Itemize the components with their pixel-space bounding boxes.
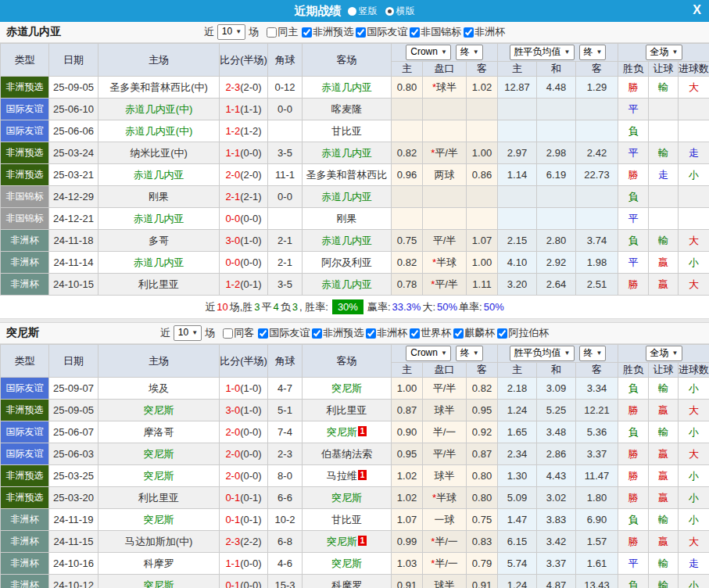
filter-suffix-label: 场 [249, 25, 259, 39]
goals-result-cell: 小 [679, 164, 709, 186]
halftime-score: (1-1) [240, 103, 261, 115]
checkbox-icon[interactable] [497, 328, 507, 339]
final-select[interactable]: 终 [456, 45, 483, 60]
col-header-score: 比分(半场) [220, 345, 268, 378]
filter-checkbox-非洲杯[interactable]: 非洲杯 [464, 25, 505, 39]
avg-draw-cell: 2.64 [537, 274, 576, 296]
checkbox-icon[interactable] [267, 27, 277, 38]
wdl-result-cell: 平 [618, 99, 649, 120]
sub-header-avg-away: 客 [576, 363, 618, 378]
radio-icon[interactable] [348, 7, 356, 16]
summary-text: 50% [437, 301, 457, 313]
team-name-text: 甘比亚 [331, 514, 362, 525]
section-header-equatorial-guinea: 赤道几内亚 近10场同主非洲预选国际友谊非国锦标非洲杯 [0, 22, 709, 43]
filter-checkbox-世界杯[interactable]: 世界杯 [410, 326, 451, 340]
avg-home-cell [498, 120, 537, 142]
match-row: 非洲杯24-11-15马达加斯加(中)2-3(2-2)6-8突尼斯10.99*半… [1, 531, 709, 553]
filter-checkbox-麒麟杯[interactable]: 麒麟杯 [453, 326, 495, 340]
filter-checkbox-阿拉伯杯[interactable]: 阿拉伯杯 [497, 326, 549, 340]
home-odds-cell: 0.95 [392, 443, 423, 465]
radio-horizontal-layout[interactable]: 横版 [385, 5, 415, 18]
away-team-cell: 甘比亚 [303, 509, 392, 531]
handicap-cell: 平/半 [423, 443, 467, 465]
filter-checkbox-same[interactable]: 同主 [267, 25, 298, 39]
bookmaker-select[interactable]: Crown [406, 346, 451, 361]
filter-checkbox-国际友谊[interactable]: 国际友谊 [258, 326, 310, 340]
away-odds-cell: 0.91 [467, 575, 498, 588]
filter-checkbox-非洲预选[interactable]: 非洲预选 [302, 25, 353, 39]
checkbox-icon[interactable] [410, 27, 420, 38]
sub-header-wdl: 胜负 [618, 62, 649, 77]
match-count-select[interactable]: 10 [217, 24, 245, 40]
filter-checkbox-same[interactable]: 同客 [223, 326, 254, 340]
match-count-select[interactable]: 10 [174, 325, 202, 341]
match-filters: 近10场同主非洲预选国际友谊非国锦标非洲杯 [204, 24, 505, 40]
sub-header-avg-draw: 和 [537, 363, 576, 378]
team-name-text: 利比里亚 [327, 404, 367, 416]
avg-home-cell [498, 208, 537, 230]
live-handicap-marker: * [431, 536, 435, 547]
handicap-result-cell: 贏 [649, 465, 679, 487]
checkbox-icon[interactable] [453, 328, 464, 339]
handicap-result-cell: 走 [649, 164, 679, 186]
bookmaker-select[interactable]: Crown [406, 45, 451, 60]
checkbox-icon[interactable] [312, 328, 322, 339]
wdl-average-select[interactable]: 胜平负均值 [510, 346, 575, 361]
match-date-cell: 25-03-20 [49, 487, 98, 509]
fulltime-select[interactable]: 全场 [646, 346, 682, 361]
checkbox-icon[interactable] [258, 328, 268, 339]
result-group-header: 全场 [618, 345, 709, 363]
checkbox-icon[interactable] [410, 328, 420, 339]
handicap-result-cell: 輸 [649, 575, 679, 588]
avg-away-cell: 13.43 [576, 575, 618, 588]
avg-draw-cell: 3.02 [537, 487, 576, 509]
final-select[interactable]: 终 [456, 346, 483, 361]
away-odds-cell [467, 186, 498, 208]
avg-home-cell: 5.09 [498, 487, 537, 509]
halftime-score: (0-1) [240, 492, 261, 504]
checkbox-icon[interactable] [356, 27, 366, 38]
fulltime-score: 2-0 [225, 448, 240, 460]
away-odds-cell: 0.80 [467, 465, 498, 487]
avg-away-cell: 1.61 [576, 553, 618, 575]
filter-checkbox-非洲杯[interactable]: 非洲杯 [366, 326, 407, 340]
radio-vertical-layout[interactable]: 竖版 [348, 5, 378, 18]
wdl-result-cell: 勝 [618, 443, 649, 465]
filter-checkbox-非洲预选[interactable]: 非洲预选 [312, 326, 363, 340]
corner-cell: 2-3 [268, 443, 303, 465]
halftime-score: (0-1) [240, 514, 261, 525]
filter-checkbox-国际友谊[interactable]: 国际友谊 [356, 25, 407, 39]
checkbox-icon[interactable] [366, 328, 376, 339]
away-team-cell: 赤道几内亚 [303, 142, 392, 164]
col-header-date: 日期 [49, 44, 98, 77]
checkbox-icon[interactable] [302, 27, 312, 38]
filter-checkbox-非国锦标[interactable]: 非国锦标 [410, 25, 461, 39]
wdl-average-select[interactable]: 胜平负均值 [510, 45, 575, 60]
checkbox-icon[interactable] [223, 328, 233, 339]
radio-icon[interactable] [385, 7, 394, 16]
home-team-cell: 科摩罗 [98, 553, 220, 575]
red-card-badge: 1 [358, 426, 367, 436]
col-header-away: 客场 [303, 44, 392, 77]
final-select[interactable]: 终 [579, 346, 607, 361]
match-type-cell: 非洲预选 [1, 142, 49, 164]
wdl-result-cell: 負 [618, 120, 649, 142]
away-odds-cell: 1.11 [467, 274, 498, 296]
team-name: 赤道几内亚 [6, 25, 61, 39]
summary-text: 3 [254, 301, 260, 313]
final-select[interactable]: 终 [579, 45, 607, 60]
home-odds-cell: 1.00 [392, 378, 423, 400]
match-date-cell: 25-03-25 [49, 465, 98, 487]
avg-group-header: 胜平负均值终 [498, 44, 618, 62]
sub-header-home-odds: 主 [392, 62, 423, 77]
score-cell: 0-1(0-0) [220, 575, 268, 588]
team-name-text: 赤道几内亚 [321, 81, 372, 93]
fulltime-select[interactable]: 全场 [646, 45, 682, 60]
filter-prefix-label: 近 [204, 25, 214, 39]
match-date-cell: 25-09-07 [49, 378, 98, 400]
avg-draw-cell: 4.48 [537, 77, 576, 99]
checkbox-icon[interactable] [464, 27, 474, 38]
close-icon[interactable]: X [693, 2, 701, 18]
home-odds-cell [392, 208, 423, 230]
avg-group-header: 胜平负均值终 [498, 345, 618, 363]
